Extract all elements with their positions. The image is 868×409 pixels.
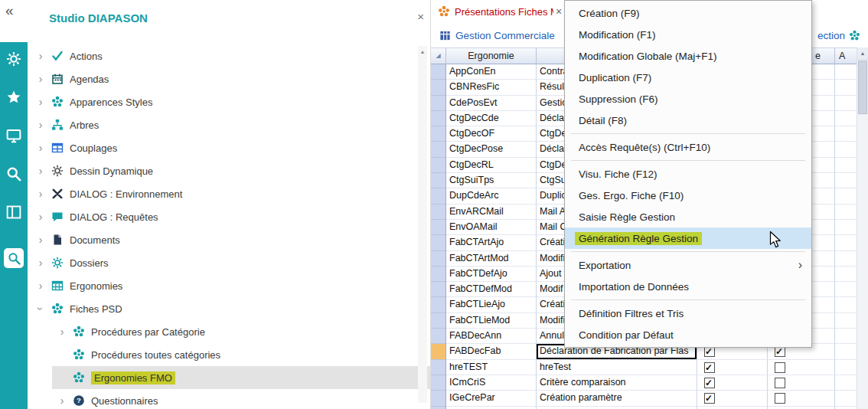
table-scroll-up-button[interactable]: ▲	[857, 47, 868, 60]
extra-cell[interactable]	[835, 64, 857, 80]
ergonomie-cell[interactable]: EnvARCMail	[446, 204, 537, 220]
settings-button[interactable]	[0, 45, 28, 73]
checkbox[interactable]	[704, 393, 715, 404]
checkbox[interactable]	[775, 362, 785, 373]
row-header-cell[interactable]	[431, 267, 446, 282]
extra-cell[interactable]	[835, 158, 857, 173]
designation-cell[interactable]: Enregistrement fichier	[537, 407, 697, 409]
extra-cell[interactable]	[835, 220, 857, 235]
table-row-igeenrfic[interactable]: IGeEnrFicEnregistrement fichier	[431, 407, 868, 409]
menu-item-suppression-f6[interactable]: Suppression (F6)	[565, 88, 811, 110]
collapse-sidebar-button[interactable]: «	[5, 2, 14, 19]
extra-cell[interactable]	[835, 188, 857, 204]
menu-item-condition-par-defaut[interactable]: Condition par Défaut	[565, 324, 811, 345]
ergonomie-cell[interactable]: FABDecAnn	[446, 329, 537, 344]
table-row-hretest[interactable]: hreTESThreTest	[431, 360, 868, 375]
ergonomie-cell[interactable]: CtgSuiTps	[446, 173, 537, 188]
tree-item-ergonomies-fmo[interactable]: Ergonomies FMO	[28, 366, 430, 389]
corner-header[interactable]: ◢	[431, 47, 446, 64]
ergonomie-cell[interactable]: FabCTArtMod	[446, 251, 537, 267]
table-scrollbar[interactable]: ▲	[857, 47, 868, 409]
tree-item-dessin-dynamique[interactable]: ›Dessin Dynamique	[28, 159, 430, 182]
row-header-cell[interactable]	[431, 297, 446, 312]
checkbox[interactable]	[704, 346, 715, 357]
extra-cell[interactable]	[835, 126, 857, 142]
menu-item-duplication-f7[interactable]: Duplication (F7)	[565, 67, 811, 88]
extra-cell[interactable]	[835, 313, 857, 329]
checkbox-cell-2[interactable]	[768, 407, 835, 409]
ergonomie-cell[interactable]: FabCTDefAjo	[446, 267, 537, 282]
row-header-cell[interactable]	[431, 64, 446, 80]
row-header-cell[interactable]	[431, 282, 446, 297]
ergonomie-cell[interactable]: IGeEnrFic	[446, 407, 537, 409]
extra-cell[interactable]	[835, 251, 857, 267]
tree-item-dialog-environnement[interactable]: ›DIALOG : Environnement	[28, 182, 430, 205]
ergonomie-cell[interactable]: hreTEST	[446, 360, 537, 375]
checkbox-cell-2[interactable]	[768, 375, 835, 391]
chevron-right-icon[interactable]: ›	[35, 211, 46, 223]
table-row-igecrepar[interactable]: IGeCreParCréation paramètre	[431, 391, 868, 406]
extra-cell[interactable]	[835, 173, 857, 188]
row-header-cell[interactable]	[431, 204, 446, 220]
row-header-cell[interactable]	[431, 96, 446, 111]
close-panel-icon[interactable]: ×	[417, 10, 424, 23]
tree-item-procedures-toutes-categories[interactable]: Procédures toutes catégories	[28, 343, 430, 366]
column-header-ergonomie[interactable]: Ergonomie	[446, 47, 537, 64]
chevron-right-icon[interactable]: ›	[35, 257, 46, 269]
chevron-right-icon[interactable]: ›	[35, 50, 46, 62]
tab-fragment[interactable]: ection	[817, 23, 860, 47]
checkbox-cell-1[interactable]	[697, 391, 768, 406]
checkbox-cell-2[interactable]	[768, 391, 835, 406]
row-header-cell[interactable]	[431, 344, 446, 359]
extra-cell[interactable]	[835, 142, 857, 157]
tree-item-apparences-styles[interactable]: ›Apparences Styles	[28, 90, 430, 113]
extra-cell[interactable]	[835, 407, 857, 409]
ergonomie-cell[interactable]: FabCTLieAjo	[446, 297, 537, 312]
ergonomie-cell[interactable]: AppConEn	[446, 64, 537, 80]
checkbox-cell-1[interactable]	[697, 360, 768, 375]
select-all-corner-icon[interactable]: ◢	[436, 53, 440, 59]
extra-cell[interactable]	[835, 297, 857, 312]
row-header-cell[interactable]	[431, 375, 446, 391]
checkbox-cell-1[interactable]	[697, 407, 768, 409]
extra-cell[interactable]	[835, 96, 857, 111]
menu-item-modification-globale-maj-f1[interactable]: Modification Globale (Maj+F1)	[565, 45, 811, 67]
tab-gestion-commerciale[interactable]: Gestion Commerciale	[439, 30, 555, 41]
row-header-cell[interactable]	[431, 313, 446, 329]
chevron-right-icon[interactable]: ›	[35, 73, 46, 85]
chevron-right-icon[interactable]: ›	[35, 188, 46, 200]
menu-item-detail-f8[interactable]: Détail (F8)	[565, 110, 811, 131]
chevron-right-icon[interactable]: ›	[35, 96, 46, 108]
layouts-button[interactable]	[0, 198, 28, 226]
checkbox[interactable]	[775, 378, 785, 388]
extra-cell[interactable]	[835, 80, 857, 95]
menu-item-importation-de-donnees[interactable]: Importation de Données	[565, 276, 811, 297]
tree-item-documents[interactable]: ›Documents	[28, 228, 430, 251]
row-header-cell[interactable]	[431, 235, 446, 250]
row-header-cell[interactable]	[431, 251, 446, 267]
row-header-cell[interactable]	[431, 111, 446, 126]
ergonomie-cell[interactable]: FABDecFab	[446, 344, 537, 359]
search-button[interactable]	[0, 160, 28, 188]
chevron-right-icon[interactable]: ›	[35, 165, 46, 177]
ergonomie-cell[interactable]: CdePosEvt	[446, 96, 537, 111]
menu-item-saisie-regle-gestion[interactable]: Saisie Règle Gestion	[565, 206, 811, 227]
tree-item-arbres[interactable]: ›Arbres	[28, 113, 430, 136]
row-header-cell[interactable]	[431, 329, 446, 344]
chevron-right-icon[interactable]: ›	[57, 394, 67, 407]
menu-item-acces-requete-s-ctrl-f10[interactable]: Accès Requête(s) (Ctrl+F10)	[565, 136, 811, 158]
chevron-down-icon[interactable]: ›	[34, 303, 47, 314]
ergonomie-cell[interactable]: CBNResFic	[446, 80, 537, 95]
menu-item-creation-f9[interactable]: Création (F9)	[565, 2, 811, 24]
extra-cell[interactable]	[835, 391, 857, 406]
tree-item-agendas[interactable]: ›Agendas	[28, 67, 430, 90]
extra-cell[interactable]	[835, 329, 857, 344]
ergonomie-cell[interactable]: CtgDecOF	[446, 126, 537, 142]
chevron-right-icon[interactable]: ›	[35, 142, 46, 154]
tree-scroll-up-icon[interactable]: ▲	[418, 46, 427, 57]
checkbox[interactable]	[775, 346, 785, 357]
extra-cell[interactable]	[835, 344, 857, 359]
row-header-cell[interactable]	[431, 80, 446, 95]
chevron-right-icon[interactable]: ›	[57, 326, 67, 338]
ergonomie-cell[interactable]: CtgDecCde	[446, 111, 537, 126]
